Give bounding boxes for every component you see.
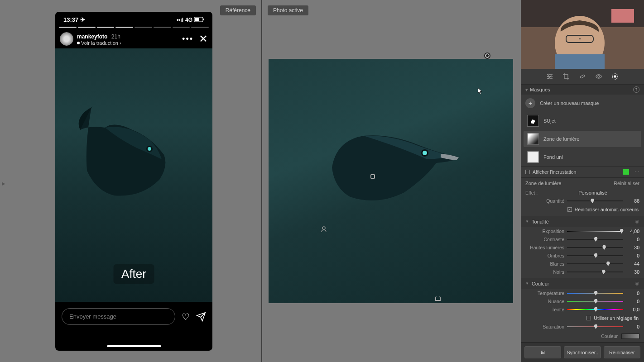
adjust-tool-icon[interactable]: [546, 72, 554, 81]
fine-tune-row: Utiliser un réglage fin: [521, 314, 644, 323]
reset-link[interactable]: Réinitialiser: [614, 181, 639, 186]
redeye-tool-icon[interactable]: [595, 72, 603, 81]
color-group-header[interactable]: ▼Couleur◉: [521, 278, 644, 289]
hautes-slider[interactable]: [567, 246, 623, 249]
svg-rect-2: [203, 19, 204, 20]
overlay-toggle-row: Afficher l'incrustation ⋯: [521, 166, 644, 178]
active-photo-tab[interactable]: Photo active: [268, 5, 308, 15]
slider-label: Blancs: [525, 261, 564, 267]
phone-network: ••ıl4G: [177, 17, 204, 23]
eye-icon[interactable]: ◉: [635, 281, 639, 286]
color-picker-label: Couleur: [525, 333, 618, 339]
auto-reset-row: ✓ Réinitialiser automat. curseurs: [521, 205, 644, 214]
effect-value[interactable]: Personnalisé: [546, 190, 639, 195]
mask-item-subject[interactable]: SUjet: [524, 113, 641, 129]
story-progress: [55, 25, 212, 29]
heal-tool-icon[interactable]: [578, 72, 586, 81]
slider-label: Teinte: [525, 307, 564, 312]
svg-point-22: [614, 76, 616, 77]
overlay-label: Afficher l'incrustation: [533, 169, 576, 175]
svg-point-17: [549, 78, 550, 79]
reference-pane: Référence 13:37 ✈ ••ıl4G manke: [0, 0, 262, 362]
color-picker[interactable]: [621, 333, 639, 339]
mask-tool-icon[interactable]: [611, 72, 619, 81]
slider-value: 30: [626, 269, 639, 275]
active-photo[interactable]: [269, 59, 513, 303]
story-username[interactable]: mankeyfoto: [77, 33, 107, 40]
amount-slider[interactable]: [567, 200, 623, 202]
slider-label: Ombres: [525, 253, 564, 258]
mask-pin-shield[interactable]: [435, 296, 441, 301]
noirs-slider[interactable]: [567, 271, 623, 273]
phone-status-bar: 13:37 ✈ ••ıl4G: [55, 12, 212, 25]
mask-pin-square[interactable]: [370, 174, 375, 179]
eye-icon[interactable]: ◉: [635, 219, 639, 224]
saturation-slider[interactable]: [567, 325, 623, 328]
panel-footer: ⊞ Synchroniser.. Réinitialiser: [521, 342, 644, 362]
mask-pin[interactable]: [484, 52, 490, 59]
overlay-more-icon[interactable]: ⋯: [634, 169, 639, 175]
create-mask-button[interactable]: + Créer un nouveau masque: [521, 95, 644, 112]
svg-point-20: [598, 76, 600, 77]
svg-rect-10: [611, 9, 634, 23]
svg-point-15: [548, 74, 549, 76]
info-icon[interactable]: ?: [633, 86, 639, 93]
slider-value: 0: [626, 291, 639, 296]
sync-button[interactable]: Synchroniser..: [564, 346, 601, 358]
slider-value: 30: [626, 245, 639, 250]
svg-point-4: [148, 147, 151, 151]
masks-title: Masques: [530, 87, 550, 92]
svg-point-6: [423, 151, 427, 155]
mask-item-light[interactable]: Zone de lumière: [524, 131, 641, 147]
overlay-color-swatch[interactable]: [623, 169, 629, 175]
tone-label: Tonalité: [532, 219, 549, 224]
crop-tool-icon[interactable]: [562, 72, 570, 81]
share-icon[interactable]: [196, 312, 206, 322]
message-input[interactable]: Envoyer message: [62, 308, 175, 325]
svg-point-7: [322, 227, 325, 229]
slider-value: 0: [626, 299, 639, 304]
story-age: 21h: [111, 33, 120, 40]
slider-label: Nuance: [525, 299, 564, 304]
amount-row: Quantité 88: [521, 197, 644, 205]
like-icon[interactable]: ♡: [182, 311, 190, 322]
ombres-slider[interactable]: [567, 254, 623, 257]
contraste-slider[interactable]: [567, 238, 623, 241]
mask-item-background[interactable]: Fond uni: [524, 149, 641, 165]
slider-value: 0: [626, 237, 639, 242]
tool-strip: [521, 69, 644, 85]
fine-tune-checkbox[interactable]: [586, 316, 591, 320]
temperature-slider[interactable]: [567, 292, 623, 295]
close-icon[interactable]: ✕: [199, 33, 208, 45]
svg-point-19: [596, 75, 601, 78]
teinte-slider[interactable]: [567, 308, 623, 311]
overlay-checkbox[interactable]: [525, 170, 530, 174]
adjust-section-name: Zone de lumière: [525, 181, 562, 186]
story-more-icon[interactable]: •••: [182, 34, 193, 44]
translate-link[interactable]: Voir la traduction ›: [77, 40, 121, 46]
mask-thumb: [527, 151, 539, 163]
tone-group-header[interactable]: ▼Tonalité◉: [521, 216, 644, 227]
blancs-slider[interactable]: [567, 262, 623, 265]
bird-illustration: [73, 89, 178, 207]
auto-reset-checkbox[interactable]: ✓: [567, 207, 572, 212]
nuance-slider[interactable]: [567, 300, 623, 303]
active-pane: Photo active: [262, 0, 521, 362]
reset-all-button[interactable]: Réinitialiser: [604, 346, 640, 358]
adjust-header: Zone de lumière Réinitialiser: [521, 178, 644, 189]
bird-illustration-active: [323, 113, 463, 217]
avatar[interactable]: [60, 32, 73, 46]
slider-label: Exposition: [525, 229, 564, 234]
reference-tab[interactable]: Référence: [220, 5, 256, 15]
svg-rect-18: [580, 75, 585, 78]
color-picker-row: Couleur: [521, 331, 644, 342]
slider-label: Noirs: [525, 269, 564, 275]
mask-pin-person[interactable]: [321, 226, 327, 233]
webcam-overlay: [521, 0, 644, 69]
mask-label: Fond uni: [543, 154, 563, 160]
effect-row: Effet : Personnalisé: [521, 189, 644, 197]
switch-toggle[interactable]: ⊞: [524, 346, 561, 358]
create-mask-label: Créer un nouveau masque: [540, 100, 599, 106]
masks-section-header[interactable]: ▾ Masques ?: [521, 85, 644, 95]
exposition-slider[interactable]: [567, 230, 623, 233]
